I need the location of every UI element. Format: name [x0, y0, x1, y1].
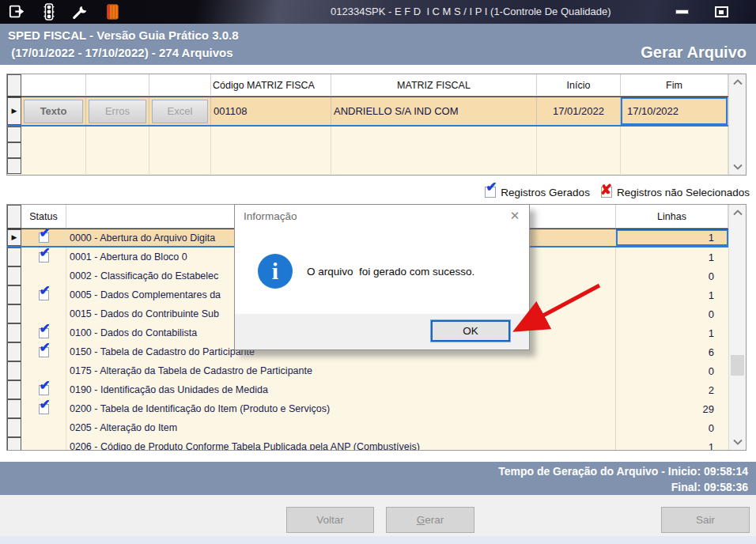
titlebar: 012334SPK - E F D I C M S / I P I (1-Con… — [0, 0, 756, 24]
row-indicator-header — [7, 74, 21, 96]
files-grid-scrollbar[interactable] — [728, 74, 746, 175]
checked-checkbox-icon: ✔ — [39, 252, 49, 263]
file-row[interactable]: ▶ Texto Erros Excel 001108 ANDRIELLO S/A… — [7, 96, 728, 127]
header-band: SPED FISCAL - Versão Guia Prático 3.0.8 … — [0, 24, 756, 65]
current-row-indicator: ▶ — [7, 229, 21, 246]
info-dialog: Informação ✕ i O arquivo foi gerado com … — [234, 204, 530, 350]
scroll-down-icon[interactable] — [729, 159, 746, 175]
texto-button[interactable]: Texto — [24, 100, 83, 123]
status-cell[interactable] — [21, 418, 66, 437]
notebook-icon[interactable] — [103, 2, 122, 21]
dialog-footer: OK — [235, 314, 529, 349]
voltar-button[interactable]: Voltar — [286, 507, 374, 533]
scroll-down-icon[interactable] — [729, 434, 746, 450]
checked-checkbox-icon: ✔ — [39, 290, 49, 300]
status-bar: Tempo de Geração do Arquivo - Inicio: 09… — [0, 462, 756, 495]
legend-nao-selecionados: ✘ Registros não Selecionados — [601, 187, 750, 198]
maximize-button[interactable] — [709, 0, 734, 24]
footer: Voltar Gerar Sair — [0, 495, 756, 544]
export-icon[interactable] — [8, 2, 27, 21]
registro-row[interactable]: 0175 - Alteração da Tabela de Cadastro d… — [7, 361, 728, 380]
status-cell[interactable] — [21, 437, 66, 451]
cell-codigo[interactable]: 001108 — [211, 97, 331, 125]
status-line2: Final: 09:58:36 — [0, 479, 748, 495]
close-icon[interactable]: ✕ — [505, 206, 524, 225]
column-header-matriz[interactable]: MATRIZ FISCAL — [331, 74, 537, 96]
scroll-up-icon[interactable] — [729, 205, 746, 221]
dialog-title: Informação — [235, 205, 529, 227]
erros-button[interactable]: Erros — [89, 100, 146, 123]
bottom-strip — [0, 536, 756, 544]
minimize-button[interactable] — [669, 0, 694, 24]
checked-checkbox-icon: ✔ — [39, 347, 49, 357]
current-row-indicator: ▶ — [7, 97, 21, 125]
window-title: 012334SPK - E F D I C M S / I P I (1-Con… — [331, 6, 611, 17]
registro-row[interactable]: ✔ 0190 - Identificação das Unidades de M… — [7, 380, 728, 399]
checked-checkbox-icon: ✔ — [39, 232, 49, 243]
scroll-up-icon[interactable] — [729, 74, 746, 90]
status-line1: Tempo de Geração do Arquivo - Inicio: 09… — [0, 463, 748, 479]
app-subtitle-line2: (17/01/2022 - 17/10/2022) - 274 Arquivos — [8, 44, 239, 62]
app-window: 012334SPK - E F D I C M S / I P I (1-Con… — [0, 0, 756, 544]
status-cell[interactable]: ✔ — [21, 342, 66, 361]
files-grid: Código MATRIZ FISCA MATRIZ FISCAL Início… — [6, 74, 747, 176]
registro-row[interactable]: ✔ 0200 - Tabela de Identificação do Item… — [7, 399, 728, 418]
checked-checkbox-icon: ✔ — [39, 385, 49, 395]
red-x-checkbox-icon: ✘ — [601, 187, 612, 198]
checked-checkbox-icon: ✔ — [485, 187, 496, 198]
gerar-button[interactable]: Gerar — [386, 507, 474, 533]
page-title: Gerar Arquivo — [641, 43, 747, 62]
column-header-inicio[interactable]: Início — [537, 74, 621, 96]
registro-row[interactable]: 0206 - Código de Produto Conforme Tabela… — [7, 437, 728, 451]
column-header-codigo[interactable]: Código MATRIZ FISCA — [211, 74, 331, 96]
cell-inicio[interactable]: 17/01/2022 — [537, 97, 621, 125]
status-cell[interactable]: ✔ — [21, 229, 66, 246]
wrench-icon[interactable] — [71, 2, 90, 21]
column-header-fim[interactable]: Fim — [621, 74, 728, 96]
column-header-linhas[interactable]: Linhas — [616, 205, 728, 229]
registros-grid-scrollbar[interactable] — [728, 205, 746, 450]
status-cell[interactable]: ✔ — [21, 285, 66, 304]
cell-matriz[interactable]: ANDRIELLO S/A IND COM — [331, 97, 537, 125]
status-cell[interactable]: ✔ — [21, 399, 66, 418]
traffic-light-icon[interactable] — [40, 2, 59, 21]
cell-fim[interactable]: 17/10/2022 — [621, 97, 728, 125]
status-cell[interactable]: ✔ — [21, 247, 66, 266]
excel-button[interactable]: Excel — [152, 100, 208, 123]
ok-button[interactable]: OK — [431, 320, 510, 342]
legend: ✔ Registros Gerados ✘ Registros não Sele… — [485, 183, 750, 202]
checked-checkbox-icon: ✔ — [39, 328, 49, 338]
dialog-message: O arquivo foi gerado com sucesso. — [307, 266, 474, 278]
sair-button[interactable]: Sair — [661, 507, 750, 533]
scrollbar-thumb[interactable] — [731, 355, 744, 376]
registro-row[interactable]: 0205 - Alteração do Item 0 — [7, 418, 728, 437]
app-subtitle-line1: SPED FISCAL - Versão Guia Prático 3.0.8 — [8, 27, 239, 44]
info-icon: i — [258, 254, 293, 289]
checked-checkbox-icon: ✔ — [39, 404, 49, 414]
legend-gerados: ✔ Registros Gerados — [485, 187, 590, 198]
